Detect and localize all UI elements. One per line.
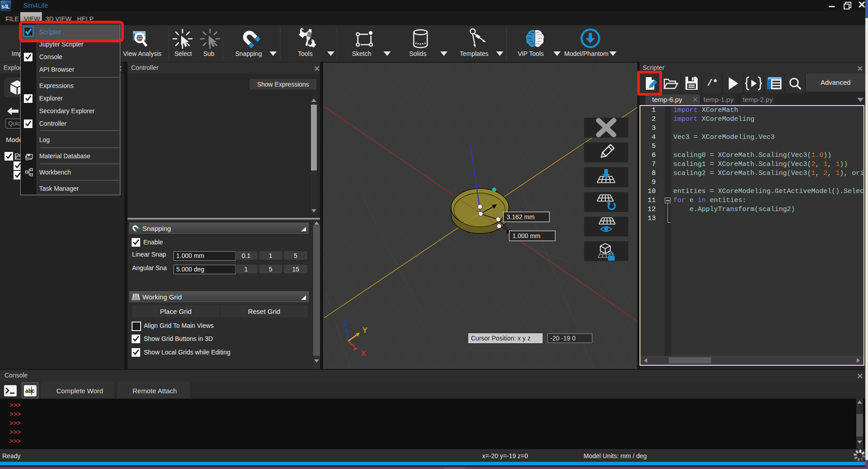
svg-text:X: X: [361, 349, 366, 358]
svg-text:Cursor Position: x y z: Cursor Position: x y z: [471, 335, 530, 342]
svg-text:Z: Z: [343, 319, 348, 328]
svg-text:3.162 mm: 3.162 mm: [507, 213, 535, 221]
svg-text:-20 -19 0: -20 -19 0: [550, 335, 576, 342]
svg-text:abc: abc: [25, 388, 35, 394]
svg-text:1.000 mm: 1.000 mm: [512, 232, 540, 239]
svg-text:Y: Y: [362, 326, 368, 335]
